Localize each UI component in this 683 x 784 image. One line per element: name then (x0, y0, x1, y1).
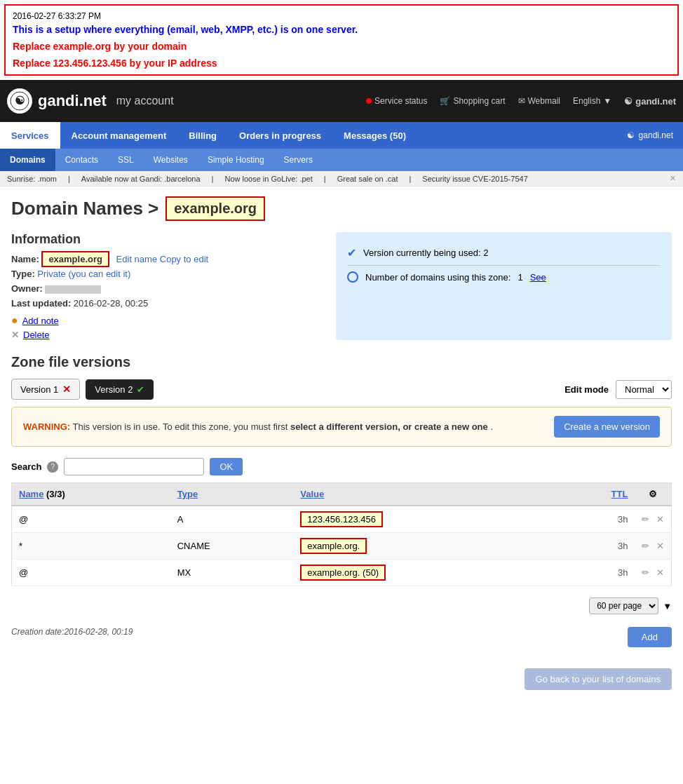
col-ttl-header: TTL (554, 483, 635, 506)
table-row: * CNAME example.org. 3h ✏ ✕ (12, 533, 672, 560)
value-badge: example.org. (50) (300, 565, 386, 581)
go-back-button[interactable]: Go back to your list of domains (525, 668, 672, 690)
version2-tab[interactable]: Version 2 ✔ (86, 379, 154, 400)
delete-link[interactable]: Delete (23, 330, 50, 340)
info-last-updated-row: Last updated: 2016-02-28, 00:25 (11, 298, 325, 309)
footer-actions: Go back to your list of domains (11, 668, 672, 690)
header: ☯ gandi.net my account Service status 🛒 … (0, 80, 683, 122)
footer-area: Add Creation date:2016-02-28, 00:19 (11, 627, 672, 647)
gear-icon[interactable]: ⚙ (649, 489, 657, 499)
info-title: Information (11, 232, 325, 247)
sub-item-servers[interactable]: Servers (274, 149, 323, 171)
add-note-link[interactable]: Add note (22, 316, 59, 326)
col-gear-header: ⚙ (635, 483, 671, 506)
cell-name: @ (12, 560, 170, 586)
dns-table: Name (3/3) Type Value TTL ⚙ @ A 123.456.… (11, 482, 672, 586)
type-link[interactable]: Private (you can edit it) (37, 269, 130, 279)
info-right: ✔ Version currently being used: 2 Number… (336, 232, 672, 340)
webmail-link[interactable]: ✉ Webmail (518, 96, 560, 106)
per-page-select[interactable]: 60 per page (589, 597, 658, 614)
nav-item-billing[interactable]: Billing (177, 122, 228, 149)
name-value-badge: example.org (41, 251, 109, 267)
value-badge: 123.456.123.456 (300, 511, 383, 527)
value-badge: example.org. (300, 538, 367, 554)
edit-row-icon[interactable]: ✏ (642, 541, 649, 551)
domain-badge: example.org (165, 196, 265, 221)
cell-ttl: 3h (554, 533, 635, 560)
nav-item-account[interactable]: Account management (60, 122, 178, 149)
cell-actions: ✏ ✕ (635, 560, 671, 586)
edit-row-icon[interactable]: ✏ (642, 514, 649, 525)
ticker-item-4: Security issue CVE-2015-7547 (422, 175, 527, 183)
ticker-close-icon[interactable]: ✕ (670, 174, 676, 183)
ticker-item-0: Sunrise: .mom (7, 175, 57, 183)
edit-mode-select[interactable]: Normal (616, 380, 672, 399)
version-in-use-label: Version currently being used: 2 (363, 248, 489, 258)
domains-see-link[interactable]: See (530, 272, 546, 283)
add-button[interactable]: Add (628, 627, 672, 647)
page-title: Domain Names > (11, 198, 158, 219)
brand-name: gandi.net (38, 92, 107, 110)
ticker: Sunrise: .mom | Available now at Gandi: … (0, 171, 683, 187)
cell-actions: ✏ ✕ (635, 533, 671, 560)
search-ok-button[interactable]: OK (210, 458, 243, 475)
version1-x-icon[interactable]: ✕ (62, 384, 71, 395)
notice-box: 2016-02-27 6:33:27 PM This is a setup wh… (4, 4, 679, 76)
sub-item-simple-hosting[interactable]: Simple Hosting (198, 149, 274, 171)
sub-item-ssl[interactable]: SSL (108, 149, 144, 171)
search-help-icon[interactable]: ? (47, 461, 58, 473)
language-selector[interactable]: English ▼ (573, 96, 611, 106)
shopping-cart-link[interactable]: 🛒 Shopping cart (440, 96, 505, 106)
owner-label: Owner: (11, 283, 43, 294)
red-dot-icon (366, 98, 372, 104)
info-name-row: Name: example.org Edit name Copy to edit (11, 254, 325, 264)
version2-label: Version 2 (95, 384, 133, 395)
create-version-button[interactable]: Create a new version (554, 416, 660, 438)
version2-check-icon: ✔ (137, 384, 144, 395)
header-nav: Service status 🛒 Shopping cart ✉ Webmail… (366, 96, 676, 107)
delete-row: ✕ Delete (11, 330, 325, 340)
nav-item-messages[interactable]: Messages (50) (332, 122, 417, 149)
account-link[interactable]: ☯ gandi.net (624, 96, 676, 107)
edit-row-icon[interactable]: ✏ (642, 567, 649, 578)
ticker-separator-1: | (212, 175, 214, 183)
edit-mode-label: Edit mode (564, 384, 609, 395)
last-updated-label: Last updated: (11, 298, 71, 309)
zone-header: Version 1 ✕ Version 2 ✔ Edit mode Normal (11, 379, 672, 400)
delete-row-icon[interactable]: ✕ (656, 567, 664, 578)
sub-item-contacts[interactable]: Contacts (55, 149, 108, 171)
search-input[interactable] (64, 458, 204, 475)
warning-body: This version is in use. To edit this zon… (73, 421, 290, 432)
edit-name-link[interactable]: Edit name (116, 254, 158, 264)
nav-item-orders[interactable]: Orders in progress (228, 122, 332, 149)
col-name-sort[interactable]: Name (19, 489, 43, 499)
type-label: Type: (11, 269, 35, 279)
account-icon: ☯ (624, 96, 633, 107)
search-row: Search ? OK (11, 458, 672, 475)
col-value-sort[interactable]: Value (300, 489, 324, 499)
col-type-sort[interactable]: Type (177, 489, 198, 499)
cell-value: example.org. (50) (293, 560, 554, 586)
sub-item-domains[interactable]: Domains (0, 149, 55, 171)
cell-ttl: 3h (554, 506, 635, 533)
sub-item-websites[interactable]: Websites (144, 149, 198, 171)
copy-to-edit-link[interactable]: Copy to edit (160, 254, 208, 264)
col-ttl-sort[interactable]: TTL (611, 489, 628, 499)
cell-type: MX (170, 560, 294, 586)
ticker-item-1: Available now at Gandi: .barcelona (81, 175, 201, 183)
name-label: Name: (11, 254, 39, 264)
add-note-bullet-icon: ● (11, 314, 18, 327)
version1-tab[interactable]: Version 1 ✕ (11, 379, 80, 400)
pagination-row: 60 per page ▼ (11, 593, 672, 619)
service-status-link[interactable]: Service status (366, 96, 427, 106)
delete-row-icon[interactable]: ✕ (656, 514, 664, 525)
main-nav: Services Account management Billing Orde… (0, 122, 683, 149)
cell-actions: ✏ ✕ (635, 506, 671, 533)
domains-count-row: Number of domains using this zone: 1 See (347, 265, 661, 288)
col-value-header: Value (293, 483, 554, 506)
cell-value: example.org. (293, 533, 554, 560)
content-area: Domain Names > example.org Information N… (0, 187, 683, 700)
sub-nav: Domains Contacts SSL Websites Simple Hos… (0, 149, 683, 171)
nav-item-services[interactable]: Services (0, 122, 60, 149)
delete-row-icon[interactable]: ✕ (656, 541, 664, 551)
